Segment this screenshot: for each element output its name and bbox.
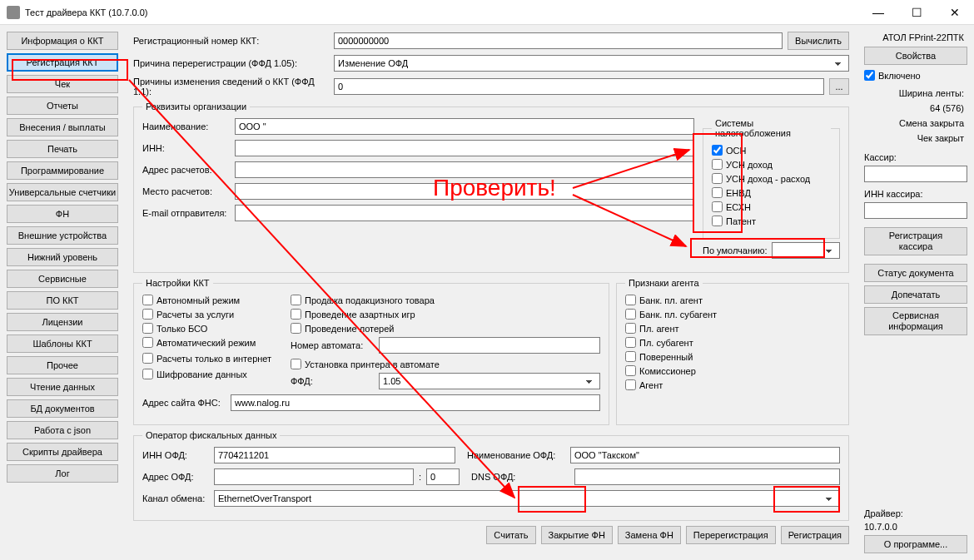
sidebar-item-devices[interactable]: Внешние устройства (7, 226, 118, 245)
kkt-encrypt-checkbox[interactable] (142, 369, 153, 379)
tape-width-label: Ширина ленты: (864, 87, 967, 99)
sidebar-item-fn[interactable]: ФН (7, 205, 118, 223)
sidebar-item-lowlevel[interactable]: Нижний уровень (7, 248, 118, 266)
sidebar-item-service[interactable]: Сервисные (7, 270, 118, 288)
cashier-input[interactable] (864, 166, 967, 182)
sidebar-item-check[interactable]: Чек (7, 75, 118, 93)
replace-fn-button[interactable]: Замена ФН (618, 526, 681, 544)
machine-num-label: Номер автомата: (291, 340, 374, 350)
agent-commissioner-checkbox[interactable] (625, 365, 636, 376)
fns-input[interactable] (231, 394, 600, 411)
sidebar-item-json[interactable]: Работа с json (7, 421, 118, 439)
kkt-services-checkbox[interactable] (142, 309, 153, 320)
org-inn-input[interactable] (235, 140, 694, 156)
tax-patent-checkbox[interactable] (712, 216, 723, 226)
sidebar-item-info[interactable]: Информация о ККТ (7, 32, 118, 50)
minimize-button[interactable]: — (859, 0, 897, 25)
service-info-button[interactable]: Сервисная информация (864, 307, 967, 335)
sidebar-item-readdata[interactable]: Чтение данных (7, 378, 118, 396)
reg-button[interactable]: Регистрация (781, 526, 849, 544)
ofd-port-input[interactable] (426, 468, 460, 485)
agent-banksub-checkbox[interactable] (625, 309, 636, 320)
agent-pay-checkbox[interactable] (625, 323, 636, 334)
read-button[interactable]: Считать (486, 526, 535, 544)
kkt-auto-label: Автоматический режим (157, 338, 256, 348)
agent-agent-checkbox[interactable] (625, 379, 636, 390)
calc-button[interactable]: Вычислить (788, 32, 849, 50)
org-place-input[interactable] (235, 183, 694, 200)
machine-num-input[interactable] (379, 337, 600, 354)
tax-eshn-checkbox[interactable] (712, 201, 723, 212)
sidebar-item-registration[interactable]: Регистрация ККТ (7, 53, 118, 72)
enabled-label: Включено (878, 71, 921, 81)
kkt-auto-checkbox[interactable] (142, 337, 153, 348)
sidebar-item-payments[interactable]: Внесения / выплаты (7, 118, 118, 136)
reg-num-label: Регистрационный номер ККТ: (133, 36, 329, 46)
sidebar-item-programming[interactable]: Программирование (7, 161, 118, 180)
sidebar-item-templates[interactable]: Шаблоны ККТ (7, 335, 118, 353)
reprint-button[interactable]: Допечатать (864, 285, 967, 304)
ofd-dns-input[interactable] (574, 468, 840, 485)
kkt-lottery-checkbox[interactable] (291, 323, 301, 334)
tax-envd-checkbox[interactable] (712, 187, 723, 198)
tax-envd-label: ЕНВД (726, 188, 751, 198)
agent-bank-checkbox[interactable] (625, 295, 636, 305)
reg-num-input[interactable] (334, 32, 783, 49)
close-fn-button[interactable]: Закрытие ФН (541, 526, 613, 544)
ofd-dns-label: DNS ОФД: (471, 472, 569, 482)
sidebar-item-other[interactable]: Прочее (7, 356, 118, 374)
kkt-printer-install-checkbox[interactable] (291, 359, 301, 369)
change-reason-input[interactable] (334, 78, 824, 95)
ofd-inn-input[interactable] (214, 447, 455, 463)
sidebar-item-counters[interactable]: Универсальные счетчики (7, 183, 118, 201)
ofd-name-label: Наименование ОФД: (467, 450, 565, 460)
change-reason-label: Причины изменения сведений о ККТ (ФФД 1.… (133, 77, 329, 97)
kkt-bso-checkbox[interactable] (142, 323, 153, 334)
kkt-excise-checkbox[interactable] (291, 295, 301, 305)
tax-usn-income-label: УСН доход (726, 160, 773, 170)
kkt-autonomous-checkbox[interactable] (142, 295, 153, 305)
ofd-fieldset: Оператор фискальных данных ИНН ОФД: Наим… (133, 430, 849, 521)
rereg-reason-select[interactable]: Изменение ОФД (334, 55, 849, 72)
kkt-autonomous-label: Автономный режим (157, 295, 240, 305)
reg-cashier-button[interactable]: Регистрация кассира (864, 227, 967, 255)
agent-attorney-checkbox[interactable] (625, 351, 636, 362)
org-fieldset: Реквизиты организации Наименование: ИНН:… (133, 102, 849, 273)
doc-status-button[interactable]: Статус документа (864, 264, 967, 282)
kkt-encrypt-label: Шифрование данных (157, 369, 247, 379)
kkt-gambling-checkbox[interactable] (291, 309, 301, 320)
org-name-input[interactable] (235, 118, 694, 135)
close-button[interactable]: ✕ (936, 0, 974, 25)
default-tax-select[interactable] (772, 242, 840, 259)
org-email-input[interactable] (235, 205, 694, 221)
fns-label: Адрес сайта ФНС: (142, 398, 226, 408)
agent-paysub-checkbox[interactable] (625, 337, 636, 348)
sidebar-item-licenses[interactable]: Лицензии (7, 313, 118, 331)
about-button[interactable]: О программе... (864, 535, 967, 553)
kkt-internet-checkbox[interactable] (142, 353, 153, 364)
maximize-button[interactable]: ☐ (897, 0, 936, 25)
org-addr-input[interactable] (235, 161, 694, 178)
change-reason-more-button[interactable]: ... (829, 78, 849, 95)
ofd-channel-select[interactable]: EthernetOverTransport (214, 490, 840, 507)
device-name: АТОЛ FPrint-22ПТК (864, 32, 967, 43)
sidebar-item-reports[interactable]: Отчеты (7, 97, 118, 115)
sidebar-item-db[interactable]: БД документов (7, 399, 118, 418)
rereg-button[interactable]: Перерегистрация (686, 526, 776, 544)
enabled-checkbox[interactable] (864, 70, 875, 81)
sidebar-item-scripts[interactable]: Скрипты драйвера (7, 443, 118, 461)
kkt-printer-install-label: Установка принтера в автомате (305, 359, 440, 369)
tax-osn-checkbox[interactable] (712, 145, 723, 156)
cashier-inn-input[interactable] (864, 202, 967, 219)
sidebar-item-log[interactable]: Лог (7, 464, 118, 483)
properties-button[interactable]: Свойства (864, 47, 967, 65)
agent-fieldset: Признаки агента Банк. пл. агент Банк. пл… (616, 278, 849, 425)
ofd-addr-input[interactable] (214, 468, 414, 485)
ffd-select[interactable]: 1.05 (379, 373, 600, 389)
tax-usn-income-checkbox[interactable] (712, 159, 723, 170)
sidebar-item-print[interactable]: Печать (7, 140, 118, 158)
sidebar-item-firmware[interactable]: ПО ККТ (7, 291, 118, 310)
ofd-name-input[interactable] (570, 447, 840, 463)
rereg-reason-label: Причина перерегистрации (ФФД 1.05): (133, 58, 329, 68)
tax-usn-ir-checkbox[interactable] (712, 173, 723, 184)
